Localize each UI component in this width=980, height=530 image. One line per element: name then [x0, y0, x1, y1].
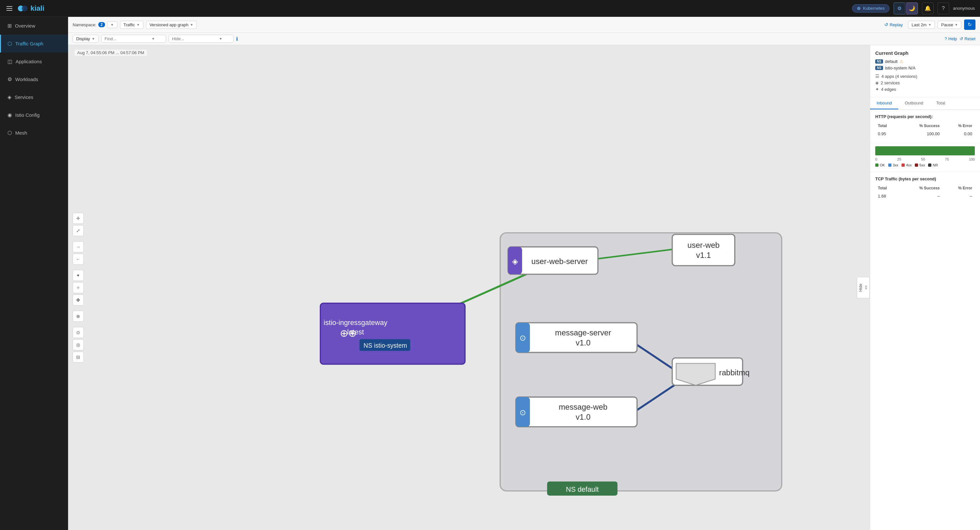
display-dropdown-arrow: ▼ [92, 37, 95, 41]
pause-button[interactable]: Pause ▼ [937, 21, 961, 29]
legend-3xx-label: 3xx [893, 163, 898, 167]
find-input[interactable] [105, 36, 150, 41]
graph-timestamp: Aug 7, 04:55:06 PM ... 04:57:06 PM [75, 49, 147, 56]
layout-tool5[interactable]: ⊙ [73, 327, 84, 338]
pan-left-tool[interactable]: ← [73, 254, 84, 265]
info-icon[interactable]: ℹ [236, 36, 238, 42]
legend-4xx: 4xx [902, 163, 912, 167]
traffic-dropdown[interactable]: Traffic ▼ [120, 21, 143, 29]
last2m-button[interactable]: Last 2m ▼ [908, 21, 935, 29]
fit-tool[interactable]: ⤢ [73, 225, 84, 236]
last2m-arrow: ▼ [928, 23, 931, 27]
notifications-button[interactable]: 🔔 [922, 3, 934, 14]
tab-outbound[interactable]: Outbound [898, 97, 930, 109]
user-web-server-icon: ◈ [512, 257, 518, 266]
legend-nr-dot [928, 164, 931, 167]
user-web-v11-node-rect[interactable] [672, 234, 735, 266]
hide-input[interactable] [172, 36, 218, 41]
layout-tool3[interactable]: ✤ [73, 294, 84, 306]
help-button[interactable]: ? [937, 3, 949, 14]
pan-right-tool[interactable]: → [73, 241, 84, 252]
layout-tool4[interactable]: ⊕ [73, 311, 84, 322]
ns-item-istio: NS istio-system N/A [875, 65, 975, 70]
http-col-error: % Error [942, 122, 975, 129]
tcp-stats-table: Total % Success % Error 1.68 – – [875, 185, 975, 201]
bar-label-75: 75 [945, 157, 949, 161]
reset-button[interactable]: ↺ Reset [959, 36, 975, 41]
help-text-button[interactable]: ? Help [945, 36, 957, 41]
http-table-row: 0.95 100.00 0.00 [875, 129, 975, 138]
bar-label-50: 50 [921, 157, 925, 161]
move-tool[interactable]: ✛ [73, 213, 84, 224]
legend-5xx: 5xx [915, 163, 925, 167]
ns-badge-istio: NS [875, 66, 883, 70]
graph-left-toolbar: ✛ ⤢ → ← ✦ ✧ ✤ ⊕ ⊙ ◎ ⊟ [73, 213, 84, 363]
sidebar-item-label-services: Services [14, 94, 33, 100]
network-graph-svg: ⊕⊕ istio-ingressgateway latest NS istio-… [68, 45, 870, 530]
namespace-dropdown-arrow: ▼ [111, 23, 114, 27]
sidebar: ⊞ Overview ⬡ Traffic Graph ◫ Application… [0, 17, 68, 530]
bell-icon: 🔔 [924, 5, 931, 11]
bar-label-25: 25 [897, 157, 901, 161]
toolbar-row1: Namespace: 2 ▼ Traffic ▼ Versioned app g… [68, 17, 980, 33]
user-web-v11-version: v1.1 [696, 251, 711, 259]
layout-tool1[interactable]: ✦ [73, 270, 84, 281]
sidebar-item-services[interactable]: ◈ Services [0, 88, 68, 106]
theme-button[interactable]: 🌙 [906, 3, 918, 14]
http-success-value: 100.00 [899, 129, 942, 138]
hide-dropdown-arrow[interactable]: ▼ [219, 37, 223, 41]
main-layout: ⊞ Overview ⬡ Traffic Graph ◫ Application… [0, 17, 980, 530]
hide-panel[interactable]: >> Hide [857, 277, 870, 298]
tab-inbound[interactable]: Inbound [870, 97, 898, 109]
display-dropdown[interactable]: Display ▼ [73, 35, 99, 43]
sidebar-item-mesh[interactable]: ⬡ Mesh [0, 124, 68, 142]
msg-server-node-rect[interactable] [516, 323, 637, 353]
ns-name-default: default [885, 59, 897, 64]
display-label: Display [76, 36, 90, 41]
sidebar-item-traffic-graph[interactable]: ⬡ Traffic Graph [0, 35, 68, 53]
layout-tool2[interactable]: ✧ [73, 282, 84, 293]
legend-tool[interactable]: ⊟ [73, 352, 84, 363]
http-table-header: Total % Success % Error [875, 122, 975, 129]
right-panel: Current Graph NS default ⚠ NS istio-syst… [870, 45, 980, 530]
gear-button[interactable]: ⚙ [894, 3, 905, 14]
kubernetes-button[interactable]: ☸ Kubernetes [852, 4, 889, 13]
sidebar-item-label-overview: Overview [15, 23, 35, 29]
tab-total[interactable]: Total [930, 97, 951, 109]
tcp-error-value: – [942, 192, 975, 201]
bar-label-0: 0 [875, 157, 877, 161]
graph-type-dropdown[interactable]: Versioned app graph ▼ [146, 21, 197, 29]
sidebar-item-workloads[interactable]: ⚙ Workloads [0, 70, 68, 88]
replay-button[interactable]: ↺ Replay [882, 21, 905, 29]
kubernetes-label: Kubernetes [863, 6, 885, 11]
find-dropdown-arrow[interactable]: ▼ [152, 37, 155, 41]
hamburger-menu[interactable] [5, 5, 14, 12]
graph-canvas[interactable]: Aug 7, 04:55:06 PM ... 04:57:06 PM ✛ ⤢ →… [68, 45, 870, 530]
msg-server-version: v1.0 [576, 338, 590, 347]
legend-ok: OK [875, 163, 885, 167]
graph-area: Aug 7, 04:55:06 PM ... 04:57:06 PM ✛ ⤢ →… [68, 45, 980, 530]
legend-5xx-label: 5xx [920, 163, 925, 167]
rabbitmq-label: rabbitmq [719, 368, 750, 377]
tcp-col-error: % Error [942, 185, 975, 192]
pause-label: Pause [941, 22, 953, 27]
namespace-label: Namespace: [73, 22, 96, 27]
svg-point-1 [22, 5, 27, 11]
namespace-dropdown[interactable]: ▼ [107, 21, 118, 28]
sidebar-item-istio-config[interactable]: ◉ Istio Config [0, 106, 68, 124]
ingress-label-version: latest [347, 328, 364, 336]
tcp-col-total: Total [875, 185, 899, 192]
refresh-button[interactable]: ↻ [964, 19, 975, 30]
msg-web-node-rect[interactable] [516, 397, 637, 427]
sidebar-item-overview[interactable]: ⊞ Overview [0, 17, 68, 35]
layout-tool6[interactable]: ◎ [73, 339, 84, 350]
sidebar-item-applications[interactable]: ◫ Applications [0, 53, 68, 70]
bar-legend: OK 3xx 4xx 5xx [875, 163, 975, 167]
replay-label: Replay [890, 22, 903, 27]
http-stats-table: Total % Success % Error 0.95 100.00 0.00 [875, 122, 975, 138]
tcp-table-header: Total % Success % Error [875, 185, 975, 192]
http-total-value: 0.95 [875, 129, 899, 138]
tcp-total-value: 1.68 [875, 192, 899, 201]
msg-server-icon: ⊙ [520, 333, 526, 342]
hide-arrows: >> [864, 285, 868, 290]
